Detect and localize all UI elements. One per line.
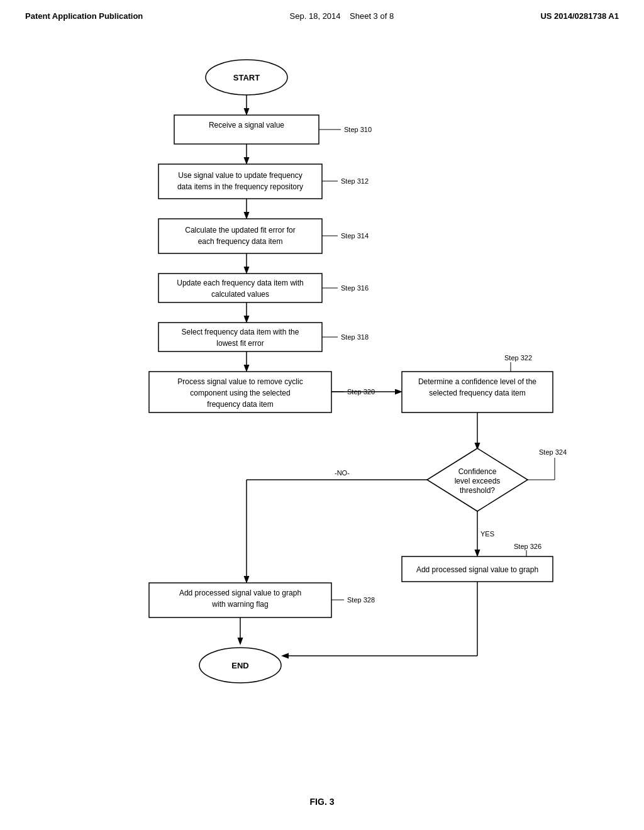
svg-text:Calculate the updated fit erro: Calculate the updated fit error for <box>185 226 295 235</box>
svg-text:Select frequency data item wit: Select frequency data item with the <box>182 328 299 336</box>
flowchart-svg: START Receive a signal value Step 310 Us… <box>52 40 592 782</box>
diagram-area: START Receive a signal value Step 310 Us… <box>0 27 644 819</box>
svg-text:frequency data item: frequency data item <box>207 400 273 409</box>
svg-text:Step 310: Step 310 <box>344 126 372 133</box>
header-sheet: Sheet 3 of 8 <box>350 11 394 21</box>
header-center: Sep. 18, 2014 Sheet 3 of 8 <box>290 11 394 21</box>
svg-text:calculated values: calculated values <box>211 290 269 299</box>
svg-text:YES: YES <box>480 530 494 538</box>
svg-text:Step 324: Step 324 <box>539 448 567 456</box>
flowchart-container: START Receive a signal value Step 310 Us… <box>52 40 592 784</box>
svg-text:Step 328: Step 328 <box>347 596 375 604</box>
svg-text:component using the selected: component using the selected <box>190 389 290 397</box>
svg-text:lowest fit error: lowest fit error <box>216 339 264 348</box>
svg-text:with warning flag: with warning flag <box>211 600 268 609</box>
svg-text:selected frequency data item: selected frequency data item <box>429 389 525 397</box>
header-date: Sep. 18, 2014 <box>290 11 341 21</box>
svg-text:Determine a confidence level o: Determine a confidence level of the <box>418 377 536 386</box>
svg-text:Add processed signal value to : Add processed signal value to graph <box>416 565 538 574</box>
svg-text:Add processed signal value to : Add processed signal value to graph <box>179 589 301 597</box>
svg-text:Process signal value to remove: Process signal value to remove cyclic <box>177 377 303 386</box>
svg-text:Step 318: Step 318 <box>341 333 369 341</box>
svg-text:each frequency data item: each frequency data item <box>198 237 283 246</box>
page-header: Patent Application Publication Sep. 18, … <box>0 0 644 27</box>
svg-text:Receive a signal value: Receive a signal value <box>209 121 284 130</box>
svg-text:Update each frequency data ite: Update each frequency data item with <box>177 279 303 287</box>
svg-rect-14 <box>158 219 322 253</box>
svg-text:threshold?: threshold? <box>460 486 495 495</box>
svg-rect-3 <box>174 115 319 144</box>
svg-text:Step 314: Step 314 <box>341 232 369 240</box>
svg-text:Confidence: Confidence <box>458 467 497 476</box>
svg-text:Step 326: Step 326 <box>514 543 541 550</box>
svg-text:END: END <box>231 661 248 670</box>
svg-text:START: START <box>233 73 260 82</box>
header-right: US 2014/0281738 A1 <box>540 11 619 21</box>
figure-caption: FIG. 3 <box>310 797 335 807</box>
header-left: Patent Application Publication <box>25 11 143 21</box>
svg-text:-NO-: -NO- <box>335 469 350 477</box>
svg-text:level exceeds: level exceeds <box>455 477 501 485</box>
svg-text:Step 312: Step 312 <box>341 177 369 185</box>
svg-text:Step 316: Step 316 <box>341 284 369 292</box>
svg-text:Step 322: Step 322 <box>504 354 532 362</box>
svg-text:data items in the frequency re: data items in the frequency repository <box>177 182 303 191</box>
svg-rect-8 <box>158 164 322 199</box>
svg-text:Use signal value to update fre: Use signal value to update frequency <box>178 171 302 180</box>
